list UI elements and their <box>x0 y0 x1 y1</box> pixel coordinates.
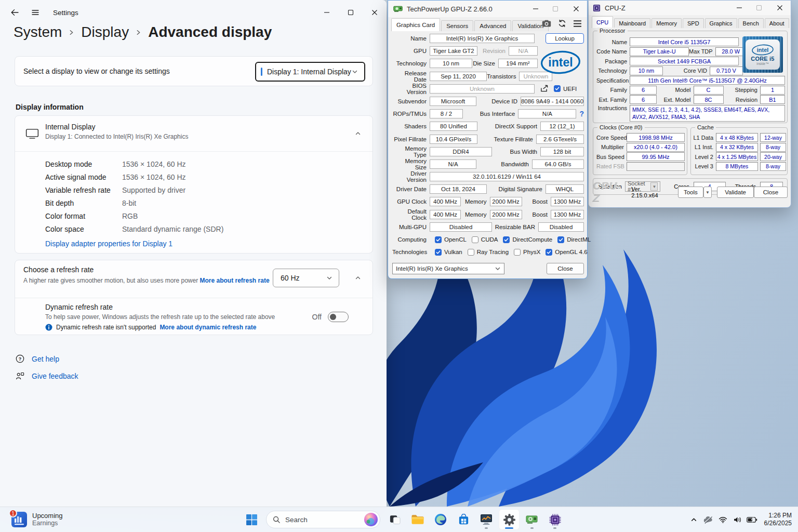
cpuz-close-button[interactable]: Close <box>754 187 788 198</box>
navigation-menu-button[interactable] <box>25 3 46 22</box>
way-field: 8-way <box>760 162 786 171</box>
dynamic-refresh-toggle[interactable] <box>328 312 349 322</box>
minimize-icon <box>533 6 538 11</box>
gpuz-row: Driver Version32.0.101.6129 / Win11 64 <box>392 172 584 181</box>
row-cells: 4 x 48 KBytes12-way <box>716 133 786 142</box>
inline-label: Texture Fillrate <box>477 136 536 142</box>
checkbox-opengl-4-6[interactable]: OpenGL 4.6 <box>546 249 587 256</box>
display-info-row: Bit depth8-bit <box>45 196 357 209</box>
collapse-chevron-icon[interactable] <box>355 275 361 281</box>
close-button[interactable] <box>769 1 791 15</box>
checkbox-uefi[interactable]: UEFI <box>554 85 577 92</box>
taskbar-app-settings[interactable] <box>499 509 520 530</box>
refresh-rate-value: 60 Hz <box>281 274 300 282</box>
taskbar-app-task-view[interactable] <box>384 509 405 530</box>
row-cells: 4 x 32 KBytes8-way <box>716 143 786 152</box>
refresh-icon[interactable] <box>558 19 566 28</box>
gpuz-bottom-bar: Intel(R) Iris(R) Xe Graphics Close <box>392 263 584 274</box>
minimize-button[interactable] <box>729 1 749 15</box>
more-about-dynamic-refresh-link[interactable]: More about dynamic refresh rate <box>159 324 256 331</box>
tray-battery[interactable] <box>746 512 759 527</box>
share-icon[interactable] <box>540 85 549 92</box>
taskbar-app-file-explorer[interactable] <box>407 509 428 530</box>
field-label: Computing <box>392 236 430 243</box>
minimize-button[interactable] <box>526 1 546 17</box>
tools-dropdown-button[interactable]: ▼ <box>703 187 712 198</box>
widgets-button[interactable]: 1 Upcoming Earnings <box>7 510 67 529</box>
row-label: Color space <box>45 225 122 233</box>
screenshot-camera-icon[interactable] <box>542 20 551 27</box>
row-cells: Tiger Lake-UMax TDP28.0 W <box>630 47 743 56</box>
row-cells: 6ModelCStepping1 <box>630 86 785 95</box>
taskbar-app-edge[interactable] <box>430 509 451 530</box>
give-feedback-link[interactable]: Give feedback <box>32 372 78 380</box>
tray-volume[interactable] <box>731 512 744 527</box>
breadcrumb-system[interactable]: System <box>14 24 62 41</box>
row-cells: Tiger Lake GT2RevisionN/A <box>430 46 538 56</box>
maximize-button[interactable] <box>546 1 565 17</box>
taskbar-app-gpu-z[interactable] <box>522 509 542 530</box>
menu-icon[interactable] <box>573 20 582 28</box>
gpu-device-dropdown[interactable]: Intel(R) Iris(R) Xe Graphics <box>392 263 504 274</box>
gpuz-tab-graphics-card[interactable]: Graphics Card <box>391 18 440 31</box>
field-label: Multi-GPU <box>392 224 430 230</box>
cpuz-tab-cpu[interactable]: CPU <box>592 16 613 28</box>
cpuz-titlebar: CPU-Z <box>589 1 791 15</box>
more-about-refresh-link[interactable]: More about refresh rate <box>200 277 270 284</box>
value-field: 4 x 32 KBytes <box>716 143 758 152</box>
cpuz-tab-mainboard[interactable]: Mainboard <box>614 18 650 28</box>
processor-legend: Processor <box>597 28 628 34</box>
clock[interactable]: 1:26 PM 6/26/2025 <box>764 512 792 527</box>
back-button[interactable] <box>4 3 25 22</box>
settings-window: Settings System Display Advanced display… <box>0 0 387 507</box>
taskbar-app-hw-monitor[interactable] <box>476 509 497 530</box>
taskbar-app-store[interactable] <box>453 509 474 530</box>
collapse-chevron-icon[interactable] <box>355 130 361 137</box>
breadcrumb-display[interactable]: Display <box>81 24 129 41</box>
refresh-rate-subtitle: A higher rate gives smoother motion, but… <box>23 277 198 284</box>
display-selector-dropdown[interactable]: Display 1: Internal Display <box>255 62 365 82</box>
checkbox-opencl[interactable]: OpenCL <box>435 236 467 243</box>
refresh-rate-dropdown[interactable]: 60 Hz <box>273 269 339 287</box>
field-label: ROPs/TMUs <box>392 111 430 117</box>
gpuz-close-button[interactable]: Close <box>547 263 584 274</box>
checkbox-label: OpenGL 4.6 <box>555 249 587 255</box>
display-adapter-properties-link[interactable]: Display adapter properties for Display 1 <box>45 240 172 248</box>
validate-button[interactable]: Validate <box>717 187 754 198</box>
cpuz-tab-about[interactable]: About <box>765 18 789 28</box>
get-help-row: ? Get help <box>16 354 59 363</box>
display-info-header[interactable]: Internal Display Display 1: Connected to… <box>15 116 373 151</box>
checkbox-directml[interactable]: DirectML <box>557 236 591 243</box>
minimize-button[interactable] <box>315 0 339 25</box>
get-help-link[interactable]: Get help <box>32 355 59 363</box>
close-button[interactable] <box>363 0 387 25</box>
start-button[interactable] <box>241 509 262 530</box>
selection-accent-bar <box>261 68 262 76</box>
lookup-button[interactable]: Lookup <box>546 33 584 44</box>
help-question-icon[interactable]: ? <box>579 110 584 118</box>
cpuz-tab-bench[interactable]: Bench <box>738 18 764 28</box>
checkbox-vulkan[interactable]: Vulkan <box>435 249 462 256</box>
cpuz-tab-memory[interactable]: Memory <box>651 18 682 28</box>
checkbox-directcompute[interactable]: DirectCompute <box>503 236 552 243</box>
gpuz-app-icon <box>393 5 403 12</box>
maximize-button[interactable] <box>339 0 363 25</box>
value-field: 400 MHz <box>430 197 461 206</box>
search-box[interactable]: Search <box>266 511 380 528</box>
cpuz-tab-graphics[interactable]: Graphics <box>705 18 737 28</box>
close-button[interactable] <box>565 1 587 17</box>
checkbox-physx[interactable]: PhysX <box>514 249 540 256</box>
value-field: 0.710 V <box>710 66 743 75</box>
tray-chevron-up[interactable] <box>687 512 701 527</box>
gpuz-tab-advanced[interactable]: Advanced <box>474 20 511 31</box>
tray-cloud-off[interactable] <box>702 512 715 527</box>
tools-button[interactable]: Tools <box>678 187 703 198</box>
cpuz-tab-spd[interactable]: SPD <box>683 18 704 28</box>
checkbox-ray-tracing[interactable]: Ray Tracing <box>468 249 509 256</box>
checkbox-cuda[interactable]: CUDA <box>472 236 498 243</box>
tray-wifi[interactable] <box>716 512 730 527</box>
gpuz-tab-sensors[interactable]: Sensors <box>441 20 473 31</box>
maximize-button[interactable] <box>749 1 769 15</box>
chevron-down-icon <box>352 69 358 75</box>
taskbar-app-cpu-z[interactable] <box>544 509 565 530</box>
